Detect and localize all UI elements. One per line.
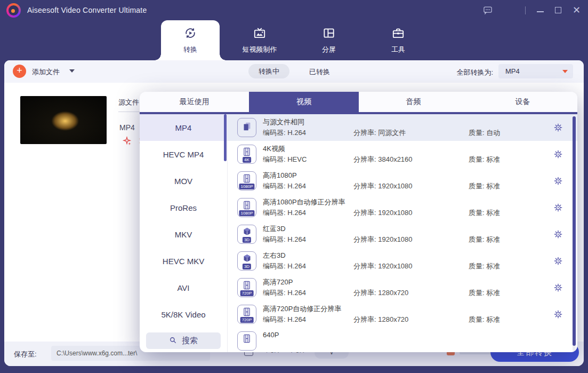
format-panel: 最近使用 视频 音频 设备 MP4HEVC MP4MOVProResMKVHEV…: [140, 92, 577, 352]
profile-row[interactable]: 720P高清720P编码器: H.264分辨率: 1280x720质量: 标准: [228, 274, 577, 301]
tab-tools[interactable]: 工具: [369, 20, 428, 60]
profile-row[interactable]: 1080P高清1080P自动修正分辨率编码器: H.264分辨率: 1920x1…: [228, 194, 577, 221]
gear-icon[interactable]: [553, 229, 563, 240]
tab-short-video[interactable]: 短视频制作: [230, 20, 289, 60]
sidebar-item-prores[interactable]: ProRes: [140, 194, 227, 221]
chevron-down-icon: [562, 70, 568, 76]
tab-label: 分屏: [322, 45, 336, 54]
toolbox-icon: [391, 26, 405, 42]
gear-icon[interactable]: [553, 149, 563, 160]
profile-title: 4K视频: [263, 144, 285, 154]
cube-3d-icon: 3D: [237, 251, 256, 271]
sidebar-item-avi[interactable]: AVI: [140, 274, 227, 301]
tab-label: 转换: [183, 45, 197, 54]
encoder-value: 编码器: H.264: [263, 235, 306, 244]
output-format-select[interactable]: MP4: [498, 64, 573, 78]
sidebar-item-hevc-mkv[interactable]: HEVC MKV: [140, 248, 227, 274]
panel-tab-audio[interactable]: 音频: [359, 92, 468, 112]
film-icon: 720P: [237, 305, 256, 324]
titlebar-divider: [525, 6, 526, 14]
profile-row[interactable]: 720P高清720P自动修正分辨率编码器: H.264分辨率: 1280x720…: [228, 301, 577, 328]
video-thumbnail[interactable]: [20, 96, 107, 144]
profile-title: 与源文件相同: [263, 117, 304, 127]
encoder-value: 编码器: H.264: [263, 128, 306, 138]
format-badge: 1080P: [239, 184, 254, 189]
output-format-value: MP4: [505, 67, 520, 75]
resolution-value: 分辨率: 1280x720: [353, 288, 408, 298]
format-sidebar: MP4HEVC MP4MOVProResMKVHEVC MKVAVI5K/8K …: [140, 114, 228, 352]
resolution-value: 分辨率: 3840x2160: [353, 155, 413, 164]
profile-row[interactable]: 与源文件相同编码器: H.264分辨率: 同源文件质量: 自动: [228, 114, 577, 141]
source-file-label: 源文件: [118, 98, 139, 107]
tab-convert[interactable]: 转换: [161, 20, 220, 60]
encoder-value: 编码器: H.264: [263, 208, 306, 218]
gear-icon[interactable]: [553, 202, 563, 213]
quality-value: 质量: 标准: [469, 235, 500, 244]
film-icon: 1080P: [237, 171, 256, 191]
chevron-down-icon[interactable]: [69, 69, 75, 75]
same-as-source-icon: [237, 118, 256, 137]
profile-title: 高清720P: [263, 277, 293, 287]
gear-icon[interactable]: [553, 122, 563, 133]
profile-row[interactable]: 3D左右3D编码器: H.264分辨率: 1920x1080质量: 标准: [228, 248, 577, 274]
quality-value: 质量: 标准: [469, 208, 500, 218]
resolution-value: 分辨率: 1920x1080: [353, 181, 413, 191]
filter-converting[interactable]: 转换中: [248, 64, 289, 78]
profile-row[interactable]: 3D红蓝3D编码器: H.264分辨率: 1920x1080质量: 标准: [228, 221, 577, 248]
quality-value: 质量: 标准: [469, 261, 500, 271]
quality-value: 质量: 标准: [469, 181, 500, 191]
sidebar-item-hevc-mp4[interactable]: HEVC MP4: [140, 141, 227, 168]
film-icon: 1080P: [237, 198, 256, 217]
add-file-label[interactable]: 添加文件: [32, 67, 60, 77]
feedback-icon[interactable]: [482, 5, 493, 15]
film-icon: 720P: [237, 278, 256, 297]
profile-title: 左右3D: [263, 251, 286, 260]
app-window: Aiseesoft Video Converter Ultimate ✕ 转换 …: [0, 0, 588, 373]
source-format: MP4: [119, 123, 135, 132]
encoder-value: 编码器: H.264: [263, 315, 306, 324]
panel-tab-recent[interactable]: 最近使用: [140, 92, 249, 112]
gear-icon[interactable]: [553, 282, 563, 293]
app-title: Aiseesoft Video Converter Ultimate: [27, 6, 147, 14]
gear-icon[interactable]: [553, 309, 563, 320]
gear-icon[interactable]: [553, 176, 563, 186]
maximize-icon[interactable]: [555, 7, 561, 13]
add-file-button[interactable]: +: [13, 65, 26, 78]
sidebar-scrollbar[interactable]: [224, 114, 227, 161]
close-icon[interactable]: ✕: [573, 5, 581, 15]
search-button[interactable]: 搜索: [146, 332, 221, 349]
film-icon: 4K: [237, 145, 256, 164]
profile-title: 高清720P自动修正分辨率: [263, 304, 341, 314]
search-icon: [169, 336, 177, 346]
cube-3d-icon: 3D: [237, 225, 256, 244]
profile-row[interactable]: 1080P高清1080P编码器: H.264分辨率: 1920x1080质量: …: [228, 168, 577, 194]
format-badge: 1080P: [239, 210, 254, 216]
quality-value: 质量: 标准: [469, 155, 500, 164]
titlebar: Aiseesoft Video Converter Ultimate ✕: [0, 0, 588, 20]
profile-row[interactable]: 640P: [228, 328, 577, 352]
panel-tab-device[interactable]: 设备: [468, 92, 577, 112]
profile-row[interactable]: 4K4K视频编码器: HEVC分辨率: 3840x2160质量: 标准: [228, 141, 577, 168]
effect-star-icon[interactable]: [122, 136, 132, 148]
sidebar-item-5k-8k-video[interactable]: 5K/8K Video: [140, 301, 227, 328]
resolution-value: 分辨率: 1920x1080: [353, 261, 413, 271]
convert-icon: [183, 26, 197, 42]
format-badge: 3D: [243, 237, 251, 243]
sidebar-item-mov[interactable]: MOV: [140, 168, 227, 194]
resolution-value: 分辨率: 1920x1080: [353, 235, 413, 244]
main-nav: 转换 短视频制作 分屏 工具: [0, 20, 588, 60]
minimize-icon[interactable]: [537, 8, 544, 12]
gear-icon[interactable]: [553, 256, 563, 266]
filter-converted[interactable]: 已转换: [309, 67, 330, 77]
sidebar-item-mkv[interactable]: MKV: [140, 221, 227, 248]
list-scrollbar[interactable]: [573, 116, 576, 346]
profile-list: 与源文件相同编码器: H.264分辨率: 同源文件质量: 自动4K4K视频编码器…: [228, 114, 577, 352]
menu-icon[interactable]: [504, 6, 514, 14]
panel-tab-video[interactable]: 视频: [249, 92, 358, 112]
format-badge: 720P: [240, 290, 254, 296]
tab-split-screen[interactable]: 分屏: [300, 20, 358, 60]
sidebar-item-mp4[interactable]: MP4: [140, 114, 227, 141]
split-screen-icon: [322, 26, 336, 42]
quality-value: 质量: 自动: [469, 128, 500, 138]
toolbar: + 添加文件 转换中 已转换 全部转换为: MP4: [4, 60, 584, 83]
